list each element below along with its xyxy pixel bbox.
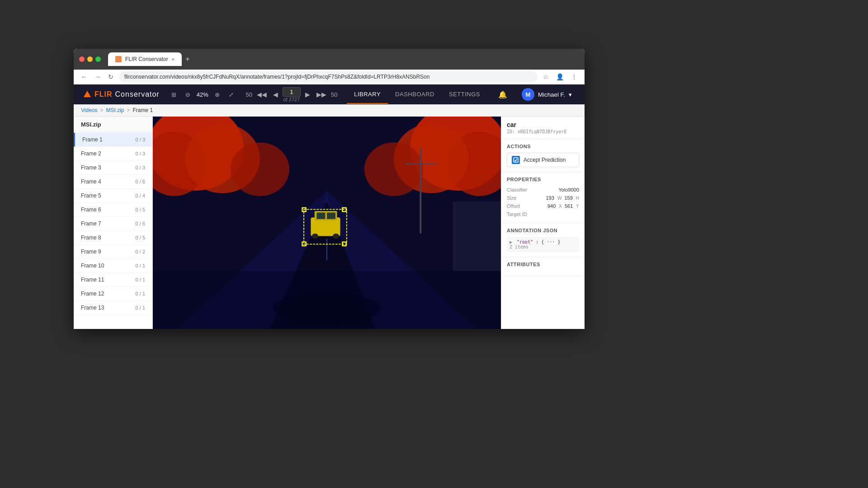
browser-title-bar: FLIR Conservator × + bbox=[74, 49, 585, 70]
sidebar-frame-label: Frame 4 bbox=[81, 178, 101, 185]
tab-settings[interactable]: SETTINGS bbox=[442, 85, 487, 104]
sidebar-item-frame-9[interactable]: Frame 90 / 2 bbox=[74, 245, 152, 259]
sidebar-header: MSI.zip bbox=[74, 117, 152, 133]
sidebar-frame-badge: 0 / 1 bbox=[136, 277, 145, 282]
accept-prediction-button[interactable]: Accept Prediction bbox=[507, 153, 579, 167]
sidebar-item-frame-3[interactable]: Frame 30 / 3 bbox=[74, 161, 152, 175]
sidebar-frame-label: Frame 11 bbox=[81, 277, 104, 283]
bookmark-button[interactable]: ☆ bbox=[541, 71, 551, 82]
size-label: Size bbox=[507, 195, 516, 201]
sidebar-item-frame-13[interactable]: Frame 130 / 1 bbox=[74, 301, 152, 315]
classifier-label: Classifier bbox=[507, 187, 527, 192]
zoom-out-button[interactable]: ⊖ bbox=[183, 89, 193, 100]
logo: FLIR Conservator bbox=[83, 90, 160, 99]
logo-flir-text: FLIR bbox=[94, 90, 113, 99]
breadcrumb-sep-1: > bbox=[100, 107, 103, 113]
json-root-value: { ··· } bbox=[541, 239, 560, 244]
skip-back-button[interactable]: ◀◀ bbox=[255, 89, 269, 100]
fit-icon: ⤢ bbox=[229, 91, 234, 98]
browser-tab-active[interactable]: FLIR Conservator × bbox=[108, 52, 182, 66]
app: FLIR Conservator ⊞ ⊖ 42% ⊕ bbox=[74, 84, 585, 329]
sidebar-item-frame-5[interactable]: Frame 50 / 4 bbox=[74, 189, 152, 203]
sidebar-frame-label: Frame 2 bbox=[81, 150, 101, 157]
url-input[interactable] bbox=[119, 71, 538, 82]
sidebar-item-frame-10[interactable]: Frame 100 / 1 bbox=[74, 259, 152, 273]
tab-title: FLIR Conservator bbox=[125, 56, 168, 62]
frame-count-area: of 2727 bbox=[283, 87, 301, 102]
svg-point-21 bbox=[312, 234, 318, 239]
sidebar-item-frame-2[interactable]: Frame 20 / 3 bbox=[74, 147, 152, 161]
sidebar-frame-badge: 0 / 2 bbox=[136, 249, 145, 254]
refresh-button[interactable]: ↻ bbox=[106, 71, 115, 82]
accept-prediction-icon bbox=[512, 156, 520, 164]
json-expand-icon[interactable]: ▶ bbox=[509, 239, 512, 244]
sidebar-item-frame-12[interactable]: Frame 120 / 1 bbox=[74, 287, 152, 301]
offset-y-unit: Y bbox=[576, 204, 579, 209]
zoom-in-button[interactable]: ⊕ bbox=[212, 89, 222, 100]
breadcrumb-videos-link[interactable]: Videos bbox=[81, 107, 97, 113]
image-viewer[interactable] bbox=[153, 117, 501, 329]
menu-button[interactable]: ⋮ bbox=[569, 71, 579, 82]
zoom-in-icon: ⊕ bbox=[215, 91, 220, 98]
target-id-label: Target ID bbox=[507, 211, 527, 217]
sidebar-item-frame-11[interactable]: Frame 110 / 1 bbox=[74, 273, 152, 287]
sidebar-item-frame-4[interactable]: Frame 40 / 6 bbox=[74, 175, 152, 189]
entity-id: ID: nRDIfLqN7DJBfryerE bbox=[507, 129, 579, 134]
step-back-button[interactable]: ◀ bbox=[271, 89, 280, 100]
address-bar: ← → ↻ ☆ 👤 ⋮ bbox=[74, 70, 585, 84]
speed-left-label: 50 bbox=[246, 91, 252, 98]
sidebar-frame-label: Frame 3 bbox=[81, 164, 101, 171]
sidebar-item-frame-1[interactable]: Frame 10 / 3 bbox=[74, 133, 152, 147]
json-root-brace: : bbox=[536, 239, 541, 244]
sidebar-frame-badge: 0 / 5 bbox=[136, 207, 145, 212]
sidebar-frame-label: Frame 1 bbox=[82, 136, 103, 143]
user-avatar: M bbox=[522, 88, 534, 101]
entity-title: car bbox=[507, 121, 579, 128]
sidebar-item-frame-6[interactable]: Frame 60 / 5 bbox=[74, 203, 152, 217]
json-root-key: "root" bbox=[517, 239, 533, 244]
nav-tabs: LIBRARY DASHBOARD SETTINGS bbox=[347, 85, 487, 104]
user-dropdown-icon: ▾ bbox=[569, 91, 572, 98]
tab-add-button[interactable]: + bbox=[182, 52, 193, 66]
classifier-value: Yolo9000 bbox=[559, 187, 579, 192]
sidebar-frame-label: Frame 7 bbox=[81, 221, 101, 227]
target-id-row: Target ID bbox=[507, 210, 579, 218]
back-button[interactable]: ← bbox=[79, 71, 89, 82]
profile-button[interactable]: 👤 bbox=[554, 71, 566, 82]
notification-button[interactable]: 🔔 bbox=[496, 89, 509, 101]
window-close-button[interactable] bbox=[79, 56, 85, 62]
tab-dashboard[interactable]: DASHBOARD bbox=[388, 85, 442, 104]
tab-library[interactable]: LIBRARY bbox=[347, 85, 388, 104]
sidebar-frame-label: Frame 6 bbox=[81, 206, 101, 213]
sidebar-frames-list: Frame 10 / 3Frame 20 / 3Frame 30 / 3Fram… bbox=[74, 133, 152, 315]
browser-chrome: FLIR Conservator × + ← → ↻ ☆ 👤 ⋮ bbox=[74, 49, 585, 84]
forward-button[interactable]: → bbox=[93, 71, 103, 82]
breadcrumb: Videos > MSI.zip > Frame 1 bbox=[74, 104, 585, 117]
offset-row: Offset 940 X 561 Y bbox=[507, 202, 579, 210]
sidebar-item-frame-7[interactable]: Frame 70 / 6 bbox=[74, 217, 152, 231]
tab-favicon bbox=[115, 56, 122, 62]
window-minimize-button[interactable] bbox=[87, 56, 93, 62]
browser-window: FLIR Conservator × + ← → ↻ ☆ 👤 ⋮ bbox=[74, 49, 585, 329]
fit-button[interactable]: ⤢ bbox=[226, 89, 236, 100]
grid-view-button[interactable]: ⊞ bbox=[169, 89, 179, 100]
breadcrumb-msi-link[interactable]: MSI.zip bbox=[106, 107, 124, 113]
skip-forward-button[interactable]: ▶▶ bbox=[315, 89, 328, 100]
tab-close-button[interactable]: × bbox=[172, 56, 175, 62]
offset-x-value: 940 bbox=[547, 203, 556, 209]
sidebar-item-frame-8[interactable]: Frame 80 / 5 bbox=[74, 231, 152, 245]
svg-rect-20 bbox=[327, 212, 335, 219]
accept-icon-svg bbox=[513, 157, 519, 163]
step-forward-button[interactable]: ▶ bbox=[303, 89, 312, 100]
frame-number-input[interactable] bbox=[283, 87, 301, 97]
offset-values: 940 X 561 Y bbox=[547, 203, 579, 209]
window-maximize-button[interactable] bbox=[95, 56, 101, 62]
svg-rect-31 bbox=[514, 158, 518, 162]
desktop: FLIR Conservator × + ← → ↻ ☆ 👤 ⋮ bbox=[0, 0, 868, 488]
sidebar-frame-badge: 0 / 1 bbox=[136, 263, 145, 268]
main-content: MSI.zip Frame 10 / 3Frame 20 / 3Frame 30… bbox=[74, 117, 585, 329]
app-header: FLIR Conservator ⊞ ⊖ 42% ⊕ bbox=[74, 84, 585, 104]
sidebar-frame-badge: 0 / 3 bbox=[136, 137, 145, 142]
user-menu-button[interactable]: M Michael F. ▾ bbox=[518, 86, 576, 103]
annotation-json-section: Annotation JSON ▶ "root" : { ··· } 2 ite… bbox=[501, 223, 585, 257]
